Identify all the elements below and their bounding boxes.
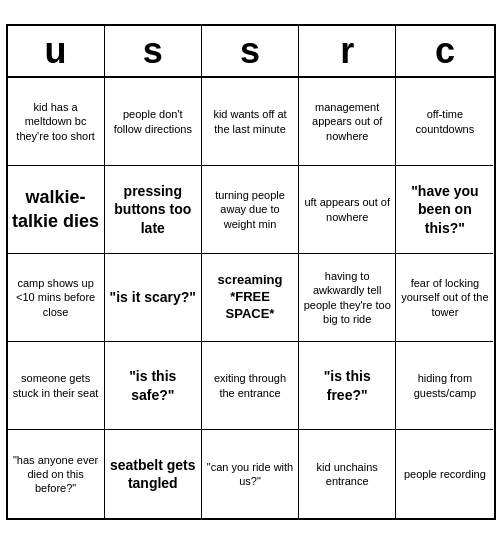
bingo-cell-4: off-time countdowns bbox=[396, 78, 493, 166]
bingo-header: ussrc bbox=[8, 26, 494, 78]
cell-text-11: "is it scary?" bbox=[110, 288, 196, 306]
bingo-cell-15: someone gets stuck in their seat bbox=[8, 342, 105, 430]
bingo-cell-20: "has anyone ever died on this before?" bbox=[8, 430, 105, 518]
bingo-cell-24: people recording bbox=[396, 430, 493, 518]
cell-text-20: "has anyone ever died on this before?" bbox=[12, 453, 100, 496]
cell-text-2: kid wants off at the last minute bbox=[206, 107, 294, 136]
header-col-2: s bbox=[202, 26, 299, 76]
bingo-cell-1: people don't follow directions bbox=[105, 78, 202, 166]
bingo-cell-10: camp shows up <10 mins before close bbox=[8, 254, 105, 342]
cell-text-22: "can you ride with us?" bbox=[206, 460, 294, 489]
header-col-1: s bbox=[105, 26, 202, 76]
bingo-grid: kid has a meltdown bc they're too shortp… bbox=[8, 78, 494, 518]
header-col-0: u bbox=[8, 26, 105, 76]
bingo-cell-6: pressing buttons too late bbox=[105, 166, 202, 254]
bingo-cell-21: seatbelt gets tangled bbox=[105, 430, 202, 518]
cell-text-14: fear of locking yourself out of the towe… bbox=[400, 276, 489, 319]
bingo-cell-7: turning people away due to weight min bbox=[202, 166, 299, 254]
cell-text-15: someone gets stuck in their seat bbox=[12, 371, 100, 400]
cell-text-9: "have you been on this?" bbox=[400, 182, 489, 237]
header-col-4: c bbox=[396, 26, 493, 76]
bingo-cell-18: "is this free?" bbox=[299, 342, 396, 430]
cell-text-3: management appears out of nowhere bbox=[303, 100, 391, 143]
cell-text-8: uft appears out of nowhere bbox=[303, 195, 391, 224]
bingo-cell-5: walkie-talkie dies bbox=[8, 166, 105, 254]
bingo-cell-12: screaming *FREE SPACE* bbox=[202, 254, 299, 342]
cell-text-13: having to awkwardly tell people they're … bbox=[303, 269, 391, 326]
bingo-cell-23: kid unchains entrance bbox=[299, 430, 396, 518]
cell-text-19: hiding from guests/camp bbox=[400, 371, 489, 400]
bingo-cell-14: fear of locking yourself out of the towe… bbox=[396, 254, 493, 342]
bingo-cell-9: "have you been on this?" bbox=[396, 166, 493, 254]
cell-text-16: "is this safe?" bbox=[109, 367, 197, 403]
bingo-cell-13: having to awkwardly tell people they're … bbox=[299, 254, 396, 342]
cell-text-18: "is this free?" bbox=[303, 367, 391, 403]
cell-text-24: people recording bbox=[404, 467, 486, 481]
bingo-cell-11: "is it scary?" bbox=[105, 254, 202, 342]
cell-text-17: exiting through the entrance bbox=[206, 371, 294, 400]
bingo-cell-17: exiting through the entrance bbox=[202, 342, 299, 430]
bingo-cell-0: kid has a meltdown bc they're too short bbox=[8, 78, 105, 166]
bingo-cell-19: hiding from guests/camp bbox=[396, 342, 493, 430]
cell-text-1: people don't follow directions bbox=[109, 107, 197, 136]
cell-text-12: screaming *FREE SPACE* bbox=[206, 272, 294, 323]
bingo-card: ussrc kid has a meltdown bc they're too … bbox=[6, 24, 496, 520]
bingo-cell-22: "can you ride with us?" bbox=[202, 430, 299, 518]
cell-text-5: walkie-talkie dies bbox=[12, 186, 100, 233]
bingo-cell-2: kid wants off at the last minute bbox=[202, 78, 299, 166]
bingo-cell-16: "is this safe?" bbox=[105, 342, 202, 430]
header-col-3: r bbox=[299, 26, 396, 76]
cell-text-23: kid unchains entrance bbox=[303, 460, 391, 489]
bingo-cell-3: management appears out of nowhere bbox=[299, 78, 396, 166]
bingo-cell-8: uft appears out of nowhere bbox=[299, 166, 396, 254]
cell-text-10: camp shows up <10 mins before close bbox=[12, 276, 100, 319]
cell-text-4: off-time countdowns bbox=[400, 107, 489, 136]
cell-text-6: pressing buttons too late bbox=[109, 182, 197, 237]
cell-text-21: seatbelt gets tangled bbox=[109, 456, 197, 492]
cell-text-7: turning people away due to weight min bbox=[206, 188, 294, 231]
cell-text-0: kid has a meltdown bc they're too short bbox=[12, 100, 100, 143]
